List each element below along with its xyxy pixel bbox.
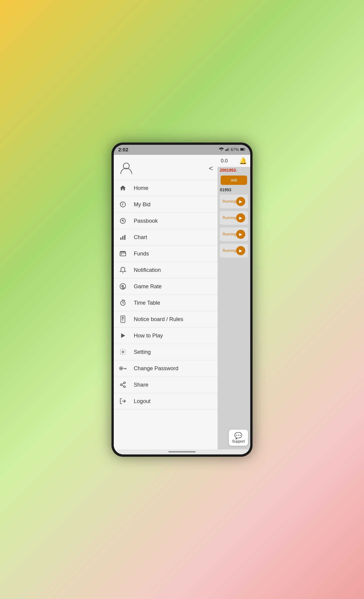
screen-content: < Home (114, 155, 250, 449)
menu-label-setting: Setting (134, 349, 151, 355)
game-card-3: Running ▶ (220, 228, 248, 241)
svg-rect-2 (227, 148, 228, 151)
menu-item-game-rate[interactable]: Game Rate (114, 278, 217, 295)
home-icon (118, 184, 127, 193)
svg-rect-1 (226, 149, 227, 151)
support-chat-icon: 💬 (232, 432, 245, 439)
balance-display: 0.0 (221, 158, 228, 164)
timer-icon (118, 298, 127, 307)
battery-icon (240, 147, 246, 152)
passbook-icon (118, 216, 127, 225)
menu-item-passbook[interactable]: Passbook (114, 213, 217, 229)
svg-rect-3 (229, 148, 229, 151)
menu-label-game-rate: Game Rate (134, 283, 162, 290)
svg-rect-26 (122, 317, 123, 317)
app-header: 0.0 🔔 (217, 155, 250, 167)
game-status-3: Running (223, 232, 236, 236)
svg-point-36 (120, 384, 122, 386)
play-button-2[interactable]: ▶ (236, 213, 245, 222)
menu-label-home: Home (134, 185, 148, 191)
menu-item-my-bid[interactable]: My Bid (114, 196, 217, 213)
svg-rect-11 (124, 235, 125, 240)
svg-rect-10 (122, 236, 123, 240)
menu-label-chart: Chart (134, 234, 147, 240)
svg-point-29 (122, 351, 124, 353)
menu-label-logout: Logout (134, 398, 150, 404)
svg-point-31 (120, 368, 122, 369)
menu-label-funds: Funds (134, 250, 149, 257)
logout-icon (118, 396, 127, 406)
menu-item-home[interactable]: Home (114, 180, 217, 196)
menu-label-how-to-play: How to Play (134, 332, 163, 339)
gear-icon (118, 347, 127, 357)
history-icon (118, 200, 127, 209)
svg-line-38 (122, 385, 124, 386)
play-button-3[interactable]: ▶ (236, 230, 245, 239)
status-time: 2:02 (118, 147, 128, 153)
menu-item-funds[interactable]: Funds (114, 246, 217, 262)
phone-screen: 2:02 67% (114, 145, 250, 454)
svg-line-39 (122, 383, 124, 384)
notification-bell-icon (118, 265, 127, 274)
home-bar (168, 451, 196, 452)
dollar-circle-icon (118, 282, 127, 291)
app-content: 0.0 🔔 2001953. wal 01953 Running ▶ (217, 155, 250, 449)
user-id-short: 01953 (217, 187, 250, 193)
menu-item-logout[interactable]: Logout (114, 393, 217, 410)
status-icons: 67% (219, 147, 246, 152)
support-label: Support (232, 439, 245, 443)
svg-point-27 (122, 320, 123, 321)
svg-point-35 (124, 382, 126, 384)
status-bar: 2:02 67% (114, 145, 250, 155)
withdrawal-button[interactable]: wal (221, 176, 247, 185)
phone-frame: 2:02 67% (112, 142, 252, 457)
menu-label-time-table: Time Table (134, 300, 160, 306)
home-indicator (114, 449, 250, 454)
menu-item-notification[interactable]: Notification (114, 262, 217, 278)
menu-item-share[interactable]: Share (114, 377, 217, 393)
game-card-2: Running ▶ (220, 211, 248, 225)
share-icon (118, 380, 127, 389)
notice-icon (118, 315, 127, 324)
game-status-1: Running (223, 199, 236, 203)
svg-marker-28 (121, 333, 125, 338)
svg-rect-12 (120, 252, 126, 256)
signal-icon (225, 147, 229, 152)
svg-rect-0 (225, 150, 226, 151)
game-status-2: Running (223, 216, 236, 220)
play-button-4[interactable]: ▶ (236, 246, 245, 255)
menu-item-change-password[interactable]: Change Password (114, 361, 217, 377)
menu-label-my-bid: My Bid (134, 201, 150, 208)
menu-label-notification: Notification (134, 267, 161, 273)
svg-rect-9 (120, 238, 121, 240)
wifi-icon (219, 147, 224, 152)
menu-item-chart[interactable]: Chart (114, 229, 217, 246)
funds-icon (118, 249, 127, 258)
user-id-display: 2001953. (220, 168, 237, 173)
menu-item-how-to-play[interactable]: How to Play (114, 328, 217, 344)
svg-point-37 (124, 386, 126, 388)
avatar (118, 160, 134, 176)
play-button-1[interactable]: ▶ (236, 197, 245, 206)
support-button[interactable]: 💬 Support (229, 430, 248, 446)
chart-icon (118, 233, 127, 242)
menu-label-share: Share (134, 382, 148, 388)
drawer-header: < (114, 155, 217, 180)
menu-label-notice-board: Notice board / Rules (134, 316, 183, 322)
game-card-1: Running ▶ (220, 195, 248, 208)
app-bell-icon[interactable]: 🔔 (239, 157, 247, 165)
play-icon (118, 331, 127, 340)
menu-item-time-table[interactable]: Time Table (114, 295, 217, 311)
menu-list: Home My Bid (114, 180, 217, 449)
battery-percentage: 67% (231, 147, 239, 152)
menu-label-change-password: Change Password (134, 365, 178, 371)
game-card-4: Running ▶ (220, 244, 248, 257)
drawer-menu: < Home (114, 155, 217, 449)
close-drawer-button[interactable]: < (209, 165, 213, 172)
game-status-4: Running (223, 249, 236, 253)
key-icon (118, 364, 127, 373)
svg-rect-5 (241, 149, 244, 150)
menu-label-passbook: Passbook (134, 218, 158, 224)
menu-item-notice-board[interactable]: Notice board / Rules (114, 311, 217, 328)
menu-item-setting[interactable]: Setting (114, 344, 217, 361)
